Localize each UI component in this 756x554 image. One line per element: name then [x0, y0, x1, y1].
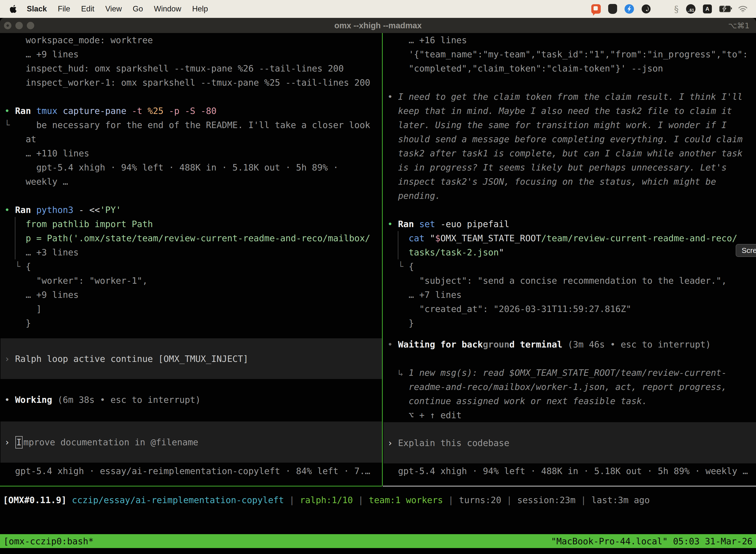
text-segment: Working	[15, 395, 52, 405]
terminal-line: should send a message before completing …	[383, 132, 756, 146]
terminal-line: p = Path('.omx/state/team/review-current…	[0, 231, 382, 245]
section-symbol-icon[interactable]: §	[674, 4, 679, 14]
menu-item-edit[interactable]: Edit	[81, 4, 94, 13]
text-segment: should send a message before completing …	[387, 134, 743, 144]
tmux-left-pane[interactable]: workspace_mode: worktree … +9 lines insp…	[0, 33, 382, 486]
text-segment: "completed","claim_token":"claim-token"}…	[387, 63, 663, 73]
text-segment: /team/review-current-readme-and-reco/	[541, 233, 737, 243]
terminal-line: … +7 lines	[383, 288, 756, 302]
terminal-line: from pathlib import Path	[0, 217, 382, 231]
text-segment: tmux	[36, 106, 63, 116]
wifi-icon[interactable]	[738, 5, 748, 12]
text-segment: |	[443, 495, 459, 505]
screen-tooltip: Scre	[736, 244, 756, 257]
text-segment: workspace_mode: worktree	[4, 35, 153, 45]
terminal-line: "subject": "send a concise recommendatio…	[383, 274, 756, 288]
text-segment: (3m 46s • esc to interrupt)	[562, 339, 711, 349]
apple-icon	[10, 5, 17, 13]
text-segment: OMX_TEAM_STATE_ROOT	[441, 233, 541, 243]
input-source-icon[interactable]: A	[703, 4, 712, 13]
text-segment: later. Using the same for transition mig…	[387, 120, 727, 130]
text-segment: •	[387, 219, 398, 229]
pie-menu-icon[interactable]	[641, 4, 651, 14]
text-segment: |	[501, 495, 517, 505]
menu-item-view[interactable]: View	[105, 4, 122, 13]
spacer	[383, 330, 756, 337]
terminal-line: • Waiting for background terminal (3m 46…	[383, 337, 756, 351]
text-segment: gpt-5.4 xhigh · 94% left · 488K in · 5.1…	[4, 162, 338, 172]
terminal-line: inspect_hud: omx sparkshell --tmux-pane …	[0, 61, 382, 75]
terminal-window: omx --xhigh --madmax ⌥⌘1 workspace_mode:…	[0, 18, 756, 554]
menu-item-help[interactable]: Help	[192, 4, 208, 13]
text-segment: '{"team_name":"my-team","task_id":"1","f…	[387, 49, 748, 59]
text-segment: - <<	[73, 205, 100, 215]
terminal-content: workspace_mode: worktree … +9 lines insp…	[0, 33, 756, 554]
terminal-line: weekly …	[0, 174, 382, 189]
tooltip-label: Scre	[742, 246, 756, 255]
tmux-right-pane[interactable]: … +16 lines '{"team_name":"my-team","tas…	[383, 33, 756, 486]
text-segment: Ran	[15, 106, 37, 116]
text-segment: python3	[36, 205, 73, 215]
terminal-line: }	[383, 316, 756, 330]
text-segment: turns:20	[459, 495, 501, 505]
apple-menu[interactable]	[10, 5, 17, 13]
terminal-line: • I need to get the claim token from the…	[383, 90, 756, 104]
text-segment: set	[419, 219, 435, 229]
text-segment: p = Path('.omx/state/team/review-current…	[4, 233, 370, 243]
text-segment: cczip/essay/ai-reimplementation-copyleft	[72, 495, 284, 505]
terminal-line: • Ran set -euo pipefail	[383, 217, 756, 231]
tmux-status-bar: [omx-cczip0:bash* "MacBook-Pro-44.local"…	[0, 534, 756, 548]
composer-input[interactable]: › Improve documentation in @filename	[0, 422, 382, 463]
text-segment: last:3m ago	[591, 495, 649, 505]
menu-item-file[interactable]: File	[58, 4, 70, 13]
terminal-line: └ be necessary for the end of the README…	[0, 118, 382, 132]
blank-line	[0, 90, 382, 104]
blank-line	[383, 351, 756, 366]
composer-input[interactable]: › Explain this codebase	[383, 422, 756, 463]
blank-line	[383, 75, 756, 90]
menu-app-name[interactable]: Slack	[27, 4, 47, 13]
terminal-line: • Working (6m 38s • esc to interrupt)	[0, 393, 382, 407]
terminal-line: … +9 lines	[0, 47, 382, 61]
text-segment: ralph:1/10	[300, 495, 353, 505]
dots-grid-icon[interactable]	[658, 5, 667, 13]
menu-item-go[interactable]: Go	[133, 4, 143, 13]
text-segment: |	[284, 495, 300, 505]
text-segment: ›	[4, 354, 15, 364]
text-segment: … +7 lines	[387, 290, 461, 300]
text-segment: $	[435, 233, 440, 243]
terminal-line: keep that in mind. Maybe I also need the…	[383, 104, 756, 118]
chat-app-icon[interactable]	[591, 4, 601, 14]
text-segment: └	[387, 261, 409, 272]
text-segment: •	[4, 395, 15, 405]
text-segment: inspect task2's JSON, focusing on the st…	[387, 176, 716, 187]
text-segment: "worker": "worker-1",	[4, 276, 147, 286]
text-segment: "created_at": "2026-03-31T11:59:27.816Z"	[387, 304, 631, 314]
omx-status-line: [OMX#0.11.9] cczip/essay/ai-reimplementa…	[3, 493, 650, 507]
text-segment: … +110 lines	[4, 148, 89, 158]
spacer	[0, 379, 382, 393]
text-segment: •	[4, 106, 15, 116]
terminal-line: at	[0, 132, 382, 146]
text-segment: 1 new msg(s): read $OMX_TEAM_STATE_ROOT/…	[409, 368, 727, 378]
password-shield-icon[interactable]	[608, 4, 617, 14]
blue-badge-icon[interactable]	[625, 4, 634, 14]
text-segment: … +9 lines	[4, 49, 79, 59]
menu-bar-status-icons: § ..61 A	[591, 4, 748, 14]
window-title-bar[interactable]: omx --xhigh --madmax ⌥⌘1	[0, 18, 756, 33]
text-segment: ]	[4, 304, 42, 314]
text-segment: "	[430, 233, 435, 243]
terminal-line: readme-and-reco/mailbox/worker-1.json, a…	[383, 380, 756, 394]
window-title: omx --xhigh --madmax	[0, 21, 756, 30]
text-segment: [OMX#0.11.9]	[3, 495, 72, 505]
text-segment: •	[387, 339, 398, 349]
count-badge-icon[interactable]: ..61	[686, 4, 695, 14]
terminal-line: └ {	[383, 259, 756, 274]
text-segment: inspect_worker-1: omx sparkshell --tmux-…	[4, 77, 370, 88]
menu-item-window[interactable]: Window	[154, 4, 181, 13]
text-segment: Explain this codebase	[398, 438, 509, 448]
pane-divider-vertical[interactable]	[382, 33, 383, 486]
text-segment: %25	[147, 106, 169, 116]
battery-icon[interactable]	[719, 6, 731, 12]
text-segment: cat	[387, 233, 430, 243]
